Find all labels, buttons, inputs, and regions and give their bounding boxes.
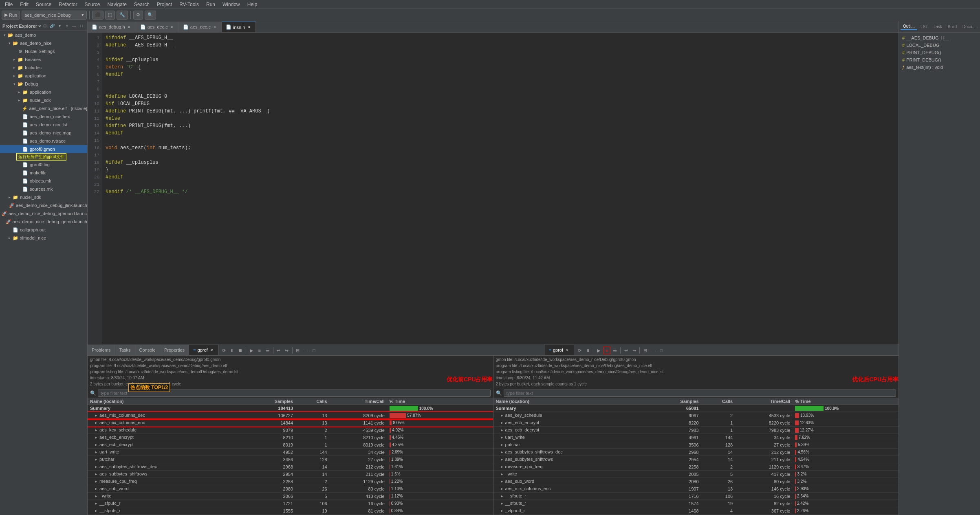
tab-tasks[interactable]: Tasks — [115, 345, 135, 355]
gprof-row-1[interactable]: ▸ aes_key_schedule 9067 2 4533 cycle 13.… — [493, 412, 899, 419]
menu-source2[interactable]: Source — [81, 1, 103, 8]
gprof-row-12[interactable]: ▸ __sfputc_r 1716 106 16 cycle 2.64% — [493, 493, 899, 500]
tab-aes-debug-h[interactable]: 📄 aes_debug.h × — [88, 22, 136, 32]
sidebar-item-gprof0_log[interactable]: 📄gprof0.log — [0, 161, 87, 169]
gprof-row-9[interactable]: ▸ aes_subbytes_shiftrows 2954 14 211 cyc… — [88, 471, 493, 478]
outline-item---AES-DEBUG-H--[interactable]: #__AES_DEBUG_H__ — [901, 34, 978, 42]
bottom-rtoolbar-btn-5[interactable]: ☰ — [611, 347, 619, 354]
sidebar-item-objects_mk[interactable]: 📄objects.mk — [0, 177, 87, 185]
expand-arrow[interactable]: ▸ — [95, 486, 99, 491]
expand-arrow[interactable]: ▸ — [501, 471, 504, 476]
expand-arrow[interactable]: ▸ — [95, 464, 99, 469]
sidebar-item-aes_demo_nice_map[interactable]: 📄aes_demo_nice.map — [0, 129, 87, 137]
outline-item-PRINT-DEBUG--[interactable]: #PRINT_DEBUG() — [901, 56, 978, 64]
tab-close-gprof-right[interactable]: × — [565, 348, 570, 352]
expand-arrow[interactable]: ▸ — [95, 420, 99, 425]
sidebar-collapse-all[interactable]: ⊟ — [42, 23, 48, 29]
expand-arrow[interactable]: ▸ — [501, 493, 504, 498]
bottom-rtoolbar-btn-3[interactable]: ▶ — [595, 347, 602, 354]
tab-gprof-left[interactable]: ≡ gprof × — [189, 345, 219, 355]
gprof-row-2[interactable]: ▸ aes_ecb_encrypt 8220 1 8220 cycle 12.6… — [493, 419, 899, 427]
bottom-rtoolbar-btn-7[interactable]: ↪ — [630, 347, 638, 354]
gprof-row-3[interactable]: ▸ aes_ecb_decrypt 7983 1 7983 cycle 12.2… — [493, 427, 899, 434]
rpanel-tab-build[interactable]: Build — [945, 24, 959, 30]
expand-arrow[interactable]: ▸ — [95, 413, 99, 418]
sidebar-item-makefile[interactable]: 📄makefile — [0, 169, 87, 177]
sidebar-item-callgraph_out[interactable]: 📄callgraph.out — [0, 226, 87, 234]
bottom-rtoolbar-btn-8[interactable]: ⊟ — [641, 347, 649, 354]
sidebar-item-aes_demo_rvtrace[interactable]: 📄aes_demo.rvtrace — [0, 137, 87, 145]
menu-help[interactable]: Help — [244, 1, 261, 8]
sidebar-item-includes[interactable]: ▸📁Includes — [0, 64, 87, 72]
bottom-toolbar-btn-7[interactable]: ↩ — [275, 347, 282, 354]
sidebar-item-aes_demo_debug_jlink[interactable]: 🚀aes_demo_nice_debug_jlink.launch — [0, 201, 87, 209]
expand-arrow[interactable]: ▸ — [501, 464, 504, 469]
sidebar-item-application[interactable]: ▸📁application — [0, 72, 87, 80]
gprof-row-1[interactable]: ▸ aes_mix_columns_dec 106727 13 8209 cyc… — [88, 412, 493, 419]
expand-arrow[interactable]: ▸ — [95, 471, 99, 476]
bottom-toolbar-btn-11[interactable]: □ — [311, 347, 318, 354]
outline-item-aes-test-int----void[interactable]: ƒaes_test(int) : void — [901, 64, 978, 71]
bottom-toolbar-btn-1[interactable]: ⟳ — [220, 347, 228, 354]
gprof-row-8[interactable]: ▸ aes_subbytes_shiftrows_dec 2968 14 212… — [88, 463, 493, 471]
expand-arrow[interactable]: ▸ — [501, 427, 504, 432]
sidebar-item-aes_demo_nice_hex[interactable]: 📄aes_demo_nice.hex — [0, 112, 87, 121]
gprof-row-3[interactable]: ▸ aes_key_schedule 9079 2 4539 cycle 4.9… — [88, 427, 493, 434]
bottom-toolbar-btn-9[interactable]: ⊟ — [294, 347, 302, 354]
run-button[interactable]: ▶ Run — [2, 11, 20, 20]
sidebar-minimize[interactable]: — — [71, 23, 77, 29]
bottom-rtoolbar-btn-9[interactable]: — — [650, 347, 657, 354]
bottom-toolbar-btn-10[interactable]: — — [302, 347, 310, 354]
menu-rvtools[interactable]: RV-Tools — [176, 1, 202, 8]
gprof-row-9[interactable]: ▸ _write 2085 5 417 cycle 3.2% — [493, 471, 899, 478]
expand-arrow[interactable]: ▸ — [95, 449, 99, 454]
sidebar-item-binaries[interactable]: ▸📁Binaries — [0, 55, 87, 64]
rpanel-tab-task[interactable]: Task — [931, 24, 945, 30]
gprof-row-12[interactable]: ▸ _write 2066 5 413 cycle 1.12% — [88, 493, 493, 500]
expand-arrow[interactable]: ▸ — [501, 508, 504, 513]
expand-arrow[interactable]: ▸ — [95, 442, 99, 447]
outline-item-LOCAL-DEBUG[interactable]: #LOCAL_DEBUG — [901, 42, 978, 49]
bottom-toolbar-btn-5[interactable]: ≡ — [256, 347, 263, 354]
gprof-row-11[interactable]: ▸ aes_sub_word 2080 26 80 cycle 1.13% — [88, 485, 493, 493]
gprof-right-filter-input[interactable] — [504, 390, 896, 397]
gprof-row-4[interactable]: ▸ aes_ecb_encrypt 8210 1 8210 cycle 4.45… — [88, 434, 493, 441]
expand-arrow[interactable]: ▸ — [501, 449, 504, 454]
rpanel-tab-lst[interactable]: LST — [918, 24, 930, 30]
sidebar-item-nuclei_sdk[interactable]: ▸📁nuclei_sdk — [0, 96, 87, 104]
sidebar-item-aes_demo_debug_openocd[interactable]: 🚀aes_demo_nice_debug_openocd.launch — [0, 209, 87, 218]
tab-aes-dec-c-2[interactable]: 📄 aes_dec.c × — [179, 22, 222, 32]
expand-arrow[interactable]: ▸ — [95, 501, 99, 506]
tab-close-insn-h[interactable]: × — [247, 25, 251, 30]
toolbar-btn-1[interactable]: ⬛ — [92, 11, 104, 20]
gprof-row-7[interactable]: ▸ aes_subbytes_shiftrows 2954 14 211 cyc… — [493, 456, 899, 463]
tab-console[interactable]: Console — [135, 345, 160, 355]
menu-project[interactable]: Project — [154, 1, 175, 8]
tab-close-aes-debug-h[interactable]: × — [127, 24, 132, 29]
sidebar-item-sources_mk[interactable]: 📄sources.mk — [0, 185, 87, 193]
sidebar-menu[interactable]: ▿ — [64, 23, 70, 29]
expand-arrow[interactable]: ▸ — [95, 493, 99, 498]
gprof-left-filter-input[interactable] — [98, 390, 491, 397]
bottom-toolbar-btn-3[interactable]: ⏹ — [237, 347, 244, 354]
expand-arrow[interactable]: ▸ — [501, 479, 504, 484]
toolbar-btn-5[interactable]: 🔍 — [145, 11, 156, 20]
menu-edit[interactable]: Edit — [17, 1, 32, 8]
tab-close-gprof-left[interactable]: × — [209, 348, 214, 352]
sidebar-item-aes_demo_nice_elf[interactable]: ⚡aes_demo_nice.elf - [riscv/le] — [0, 104, 87, 112]
expand-arrow[interactable]: ▸ — [501, 435, 504, 440]
menu-run[interactable]: Run — [203, 1, 218, 8]
rpanel-tab-docu[interactable]: Docu... — [960, 24, 978, 30]
bottom-rtoolbar-btn-10[interactable]: □ — [658, 347, 665, 354]
gprof-row-6[interactable]: ▸ aes_subbytes_shiftrows_dec 2968 14 212… — [493, 449, 899, 456]
outline-item-PRINT-DEBUG--[interactable]: #PRINT_DEBUG() — [901, 49, 978, 56]
code-content[interactable]: #ifndef __AES_DEBUG_H__#define __AES_DEB… — [102, 33, 899, 344]
gprof-row-14[interactable]: ▸ _vfprintf_r 1468 4 367 cycle 2.26% — [493, 507, 899, 515]
gprof-row-5[interactable]: ▸ aes_ecb_decrypt 8019 1 8019 cycle 4.35… — [88, 441, 493, 449]
expand-arrow[interactable]: ▸ — [95, 435, 99, 440]
sidebar-item-aes_demo_nice_lst[interactable]: 📄aes_demo_nice.lst — [0, 121, 87, 129]
tab-problems[interactable]: Problems — [88, 345, 115, 355]
menu-file[interactable]: File — [2, 1, 16, 8]
gprof-row-10[interactable]: ▸ measure_cpu_freq 2258 2 1129 cycle 1.2… — [88, 478, 493, 485]
expand-arrow[interactable]: ▸ — [501, 457, 504, 462]
